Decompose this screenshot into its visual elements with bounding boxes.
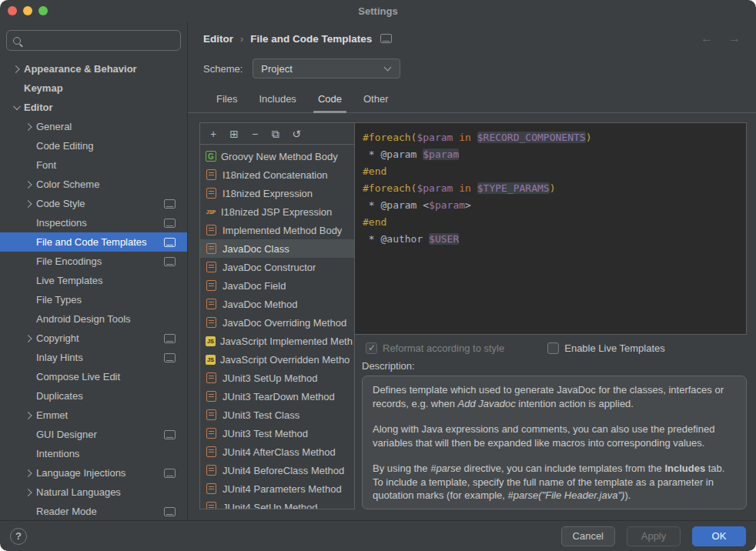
chevron-collapsed-icon[interactable] <box>23 409 35 421</box>
sidebar-item-color-scheme[interactable]: Color Scheme <box>0 175 187 194</box>
minimize-button[interactable] <box>23 6 32 15</box>
template-item-junit3-test-method[interactable]: JUnit3 Test Method <box>200 424 354 442</box>
tab-files[interactable]: Files <box>206 86 248 112</box>
apply-button[interactable]: Apply <box>627 526 681 546</box>
search-box[interactable] <box>6 30 181 51</box>
settings-search-input[interactable] <box>26 34 174 47</box>
sidebar-item-emmet[interactable]: Emmet <box>0 406 187 425</box>
remove-icon[interactable]: − <box>249 128 261 140</box>
live-templates-checkbox[interactable]: Enable Live Templates <box>547 342 665 354</box>
chevron-collapsed-icon[interactable] <box>23 198 35 209</box>
sidebar-item-appearance-behavior[interactable]: Appearance & Behavior <box>0 59 187 78</box>
template-item-label: Implemented Method Body <box>222 225 342 236</box>
sidebar-item-language-injections[interactable]: Language Injections <box>0 463 187 483</box>
zoom-button[interactable] <box>38 6 48 15</box>
template-item-i18nized-jsp-expression[interactable]: JSPI18nized JSP Expression <box>200 202 354 221</box>
ok-button[interactable]: OK <box>692 526 746 546</box>
chevron-expanded-icon[interactable] <box>11 102 22 113</box>
window-title: Settings <box>358 5 397 17</box>
template-template-icon <box>206 169 216 180</box>
chevron-collapsed-icon[interactable] <box>23 179 35 190</box>
template-item-javadoc-method[interactable]: JavaDoc Method <box>200 295 354 313</box>
sidebar-item-keymap[interactable]: Keymap <box>0 78 187 98</box>
create-child-template-icon[interactable]: ⊞ <box>228 128 240 140</box>
sidebar-item-live-templates[interactable]: Live Templates <box>0 271 187 290</box>
copy-icon[interactable]: ⧉ <box>269 128 282 140</box>
template-item-label: JUnit4 SetUp Method <box>222 502 318 509</box>
breadcrumb-editor[interactable]: Editor <box>203 33 233 45</box>
tab-other[interactable]: Other <box>353 86 400 112</box>
scheme-value: Project <box>261 63 292 75</box>
template-item-junit4-beforeclass-method[interactable]: JUnit4 BeforeClass Method <box>200 461 354 479</box>
back-button[interactable]: ← <box>701 32 713 45</box>
template-item-junit4-setup-method[interactable]: JUnit4 SetUp Method <box>200 498 354 509</box>
chevron-collapsed-icon[interactable] <box>23 486 35 498</box>
template-item-javascript-implemented-meth[interactable]: JSJavaScript Implemented Meth <box>200 332 354 350</box>
tab-code[interactable]: Code <box>307 86 353 112</box>
sidebar-item-file-and-code-templates[interactable]: File and Code Templates <box>0 232 187 252</box>
template-template-icon <box>206 409 216 420</box>
add-icon[interactable]: + <box>207 128 219 140</box>
scheme-select[interactable]: Project <box>253 58 400 78</box>
chevron-collapsed-icon[interactable] <box>23 332 35 344</box>
sidebar-item-android-design-tools[interactable]: Android Design Tools <box>0 309 187 329</box>
description-panel[interactable]: Defines template which used to generate … <box>362 376 747 509</box>
tab-includes[interactable]: Includes <box>248 86 306 112</box>
js-template-icon: JS <box>206 336 216 346</box>
template-item-implemented-method-body[interactable]: Implemented Method Body <box>200 221 354 239</box>
sidebar-item-file-encodings[interactable]: File Encodings <box>0 252 187 271</box>
chevron-collapsed-icon[interactable] <box>23 121 35 132</box>
sidebar-item-compose-live-edit[interactable]: Compose Live Edit <box>0 367 187 386</box>
sidebar-item-label: GUI Designer <box>36 429 97 440</box>
template-item-javadoc-class[interactable]: JavaDoc Class <box>200 239 354 258</box>
template-item-javadoc-constructor[interactable]: JavaDoc Constructor <box>200 258 354 276</box>
sidebar-item-inspections[interactable]: Inspections <box>0 213 187 232</box>
sidebar-item-editor[interactable]: Editor <box>0 98 187 117</box>
sidebar-item-gui-designer[interactable]: GUI Designer <box>0 425 187 444</box>
chevron-collapsed-icon[interactable] <box>23 467 35 479</box>
sidebar-item-intentions[interactable]: Intentions <box>0 444 187 463</box>
main-panel: Editor › File and Code Templates ← → Sch… <box>188 22 756 520</box>
template-item-label: JUnit3 TearDown Method <box>222 391 335 402</box>
sidebar-item-code-style[interactable]: Code Style <box>0 194 187 213</box>
template-item-junit4-afterclass-method[interactable]: JUnit4 AfterClass Method <box>200 442 354 461</box>
chevron-collapsed-icon[interactable] <box>11 63 22 75</box>
chevron-spacer <box>23 448 35 459</box>
template-template-icon <box>206 243 216 254</box>
template-item-javadoc-field[interactable]: JavaDoc Field <box>200 276 354 295</box>
sidebar-item-natural-languages[interactable]: Natural Languages <box>0 483 187 502</box>
sidebar-item-copyright[interactable]: Copyright <box>0 329 187 348</box>
template-item-i18nized-expression[interactable]: I18nized Expression <box>200 184 354 202</box>
template-item-label: JavaDoc Field <box>222 280 286 292</box>
sidebar-item-general[interactable]: General <box>0 117 187 136</box>
template-item-javascript-overridden-metho[interactable]: JSJavaScript Overridden Metho <box>200 350 354 369</box>
template-item-junit4-parameters-method[interactable]: JUnit4 Parameters Method <box>200 479 354 498</box>
reformat-checkbox[interactable]: Reformat according to style <box>366 342 504 354</box>
settings-window: Settings Appearance & BehaviorKeymapEdit… <box>0 0 756 551</box>
forward-button[interactable]: → <box>728 32 741 45</box>
template-item-label: JUnit4 BeforeClass Method <box>222 465 344 476</box>
template-item-i18nized-concatenation[interactable]: I18nized Concatenation <box>200 165 354 184</box>
template-item-junit3-test-class[interactable]: JUnit3 Test Class <box>200 406 354 424</box>
code-editor[interactable]: #foreach($param in $RECORD_COMPONENTS) *… <box>355 122 747 335</box>
template-item-junit3-setup-method[interactable]: JUnit3 SetUp Method <box>200 369 354 387</box>
sidebar-item-inlay-hints[interactable]: Inlay Hints <box>0 348 187 367</box>
chevron-spacer <box>23 313 35 325</box>
sidebar-item-font[interactable]: Font <box>0 155 187 175</box>
template-item-javadoc-overriding-method[interactable]: JavaDoc Overriding Method <box>200 313 354 332</box>
settings-scope-icon <box>164 199 176 209</box>
help-button[interactable]: ? <box>10 528 27 545</box>
sidebar-item-reader-mode[interactable]: Reader Mode <box>0 502 187 520</box>
sidebar-item-duplicates[interactable]: Duplicates <box>0 386 187 406</box>
list-toolbar: +⊞−⧉↺ <box>200 123 354 145</box>
template-item-junit3-teardown-method[interactable]: JUnit3 TearDown Method <box>200 387 354 406</box>
sidebar-item-code-editing[interactable]: Code Editing <box>0 136 187 155</box>
sidebar-item-label: Color Scheme <box>36 179 99 190</box>
groovy-template-icon: G <box>206 151 216 162</box>
template-item-groovy-new-method-body[interactable]: GGroovy New Method Body <box>200 147 354 165</box>
cancel-button[interactable]: Cancel <box>561 526 615 546</box>
close-button[interactable] <box>8 6 17 15</box>
reset-to-default-icon[interactable]: ↺ <box>290 128 303 140</box>
sidebar-item-file-types[interactable]: File Types <box>0 290 187 309</box>
template-item-label: JavaDoc Constructor <box>222 262 316 273</box>
